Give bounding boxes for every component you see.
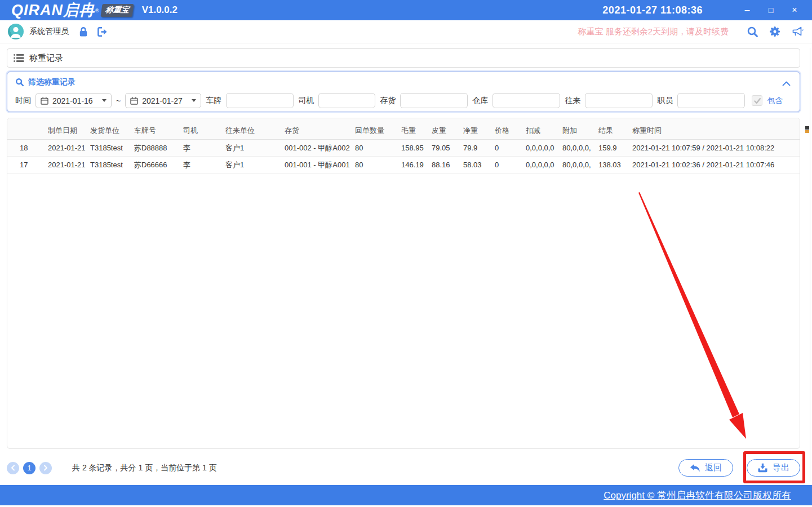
col-weigh-time: 称重时间 xyxy=(632,126,800,136)
cell-stock: 001-001 - 甲醇A001 xyxy=(285,160,355,170)
edge-tray-artifact xyxy=(805,126,809,134)
gear-icon[interactable] xyxy=(768,25,782,38)
prev-page-button[interactable] xyxy=(7,462,19,474)
export-button-label: 导出 xyxy=(773,462,789,473)
lock-icon[interactable] xyxy=(77,25,90,38)
user-toolbar: 系统管理员 称重宝 服务还剩余2天到期，请及时续费 xyxy=(0,20,812,43)
filter-fields-row: 时间 2021-01-16 ~ xyxy=(15,93,792,108)
back-arrow-icon xyxy=(690,464,700,473)
col-shipper: 发货单位 xyxy=(90,126,134,136)
user-avatar-icon xyxy=(8,24,24,39)
page-title-bar: 称重记录 xyxy=(7,48,800,68)
maximize-button[interactable]: □ xyxy=(759,0,783,20)
date-from-select[interactable]: 2021-01-16 xyxy=(36,93,112,108)
stock-input[interactable] xyxy=(400,93,468,108)
search-icon[interactable] xyxy=(746,25,759,38)
col-price: 价格 xyxy=(495,126,526,136)
records-table: 制单日期 发货单位 车牌号 司机 往来单位 存货 回单数量 毛重 皮重 净重 价… xyxy=(7,118,800,449)
table-row[interactable]: 18 2021-01-21 T3185test 苏D88888 李 客户1 00… xyxy=(7,140,800,157)
contact-input[interactable] xyxy=(585,93,653,108)
cell-plate: 苏D66666 xyxy=(134,160,183,170)
warehouse-input[interactable] xyxy=(492,93,560,108)
cell-weigh-time: 2021-01-21 10:07:59 / 2021-01-21 10:08:2… xyxy=(632,144,800,152)
cell-gross: 158.95 xyxy=(401,144,432,152)
search-icon xyxy=(15,78,24,87)
filter-title: 筛选称重记录 xyxy=(28,77,76,87)
date-to-value: 2021-01-27 xyxy=(142,96,188,105)
stock-label: 存货 xyxy=(380,96,396,106)
next-page-button[interactable] xyxy=(39,462,52,474)
cell-deduct: 0,0,0,0,0 xyxy=(526,161,562,169)
export-button[interactable]: 导出 xyxy=(747,459,800,477)
table-row[interactable]: 17 2021-01-21 T3185test 苏D66666 李 客户1 00… xyxy=(7,157,800,174)
pagination-info: 共 2 条记录，共分 1 页，当前位于第 1 页 xyxy=(72,463,217,473)
chevron-right-icon xyxy=(43,465,48,471)
page-content: 称重记录 筛选称重记录 时间 xyxy=(7,43,800,477)
titlebar: QIRAN启冉 ® 称重宝 V1.0.0.2 2021-01-27 11:08:… xyxy=(0,0,812,20)
cell-price: 0 xyxy=(495,161,526,169)
cell-count: 80 xyxy=(355,144,401,152)
cell-weigh-time: 2021-01-21 10:02:36 / 2021-01-21 10:07:4… xyxy=(632,161,800,169)
megaphone-icon[interactable] xyxy=(791,25,804,38)
action-buttons: 返回 导出 xyxy=(678,459,800,477)
caret-down-icon xyxy=(102,99,107,102)
col-tare: 皮重 xyxy=(432,126,463,136)
cell-result: 159.9 xyxy=(598,144,632,152)
driver-label: 司机 xyxy=(298,96,314,106)
time-label: 时间 xyxy=(15,96,31,106)
col-contact: 往来单位 xyxy=(225,126,285,136)
driver-input[interactable] xyxy=(318,93,375,108)
staff-input[interactable] xyxy=(677,93,745,108)
cell-tare: 79.05 xyxy=(432,144,463,152)
col-driver: 司机 xyxy=(183,126,225,136)
col-net: 净重 xyxy=(463,126,495,136)
copyright-link[interactable]: Copyright © 常州启冉软件有限公司版权所有 xyxy=(604,489,791,502)
col-deduct: 扣减 xyxy=(526,126,562,136)
plate-input[interactable] xyxy=(226,93,294,108)
col-extra: 附加 xyxy=(562,126,598,136)
col-stock: 存货 xyxy=(285,126,355,136)
cell-order-date: 2021-01-21 xyxy=(48,161,90,169)
cell-driver: 李 xyxy=(183,160,225,170)
cell-extra: 80,0,0,0, xyxy=(562,161,598,169)
cell-contact: 客户1 xyxy=(225,143,285,153)
cell-result: 138.03 xyxy=(598,161,632,169)
minimize-button[interactable]: – xyxy=(735,0,759,20)
cell-driver: 李 xyxy=(183,143,225,153)
col-result: 结果 xyxy=(598,126,632,136)
avatar[interactable] xyxy=(8,24,24,39)
caret-down-icon xyxy=(192,99,196,102)
window-edge-divider xyxy=(810,48,810,482)
cell-net: 79.9 xyxy=(463,144,495,152)
logo-text: QIRAN启冉 xyxy=(11,0,95,20)
plate-label: 车牌 xyxy=(206,96,221,106)
date-to-select[interactable]: 2021-01-27 xyxy=(125,93,201,108)
calendar-icon xyxy=(41,97,48,105)
cell-order-date: 2021-01-21 xyxy=(48,144,90,152)
current-page-button[interactable]: 1 xyxy=(23,462,36,474)
collapse-filter-button[interactable] xyxy=(782,78,791,88)
cell-contact: 客户1 xyxy=(225,160,285,170)
cell-count: 80 xyxy=(355,161,401,169)
table-header-row: 制单日期 发货单位 车牌号 司机 往来单位 存货 回单数量 毛重 皮重 净重 价… xyxy=(7,122,800,139)
include-checkbox[interactable] xyxy=(752,95,762,106)
username-label: 系统管理员 xyxy=(29,26,69,37)
cell-net: 58.03 xyxy=(463,161,495,169)
close-button[interactable]: × xyxy=(783,0,806,20)
back-button[interactable]: 返回 xyxy=(678,459,733,477)
cell-seq: 18 xyxy=(7,144,48,152)
expiry-warning-text: 称重宝 服务还剩余2天到期，请及时续费 xyxy=(578,26,729,37)
filter-header: 筛选称重记录 xyxy=(15,77,792,87)
cell-gross: 146.19 xyxy=(401,161,432,169)
logout-icon[interactable] xyxy=(96,25,109,38)
cell-plate: 苏D88888 xyxy=(134,143,183,153)
col-plate: 车牌号 xyxy=(134,126,183,136)
app-window: QIRAN启冉 ® 称重宝 V1.0.0.2 2021-01-27 11:08:… xyxy=(0,0,812,507)
cell-extra: 80,0,0,0, xyxy=(562,144,598,152)
cell-seq: 17 xyxy=(7,161,48,169)
cell-stock: 001-002 - 甲醇A002 xyxy=(285,143,355,153)
page-title: 称重记录 xyxy=(29,53,63,64)
toolbar-right: 称重宝 服务还剩余2天到期，请及时续费 xyxy=(578,25,804,38)
logo-registered-mark: ® xyxy=(95,8,99,14)
col-count: 回单数量 xyxy=(355,126,401,136)
